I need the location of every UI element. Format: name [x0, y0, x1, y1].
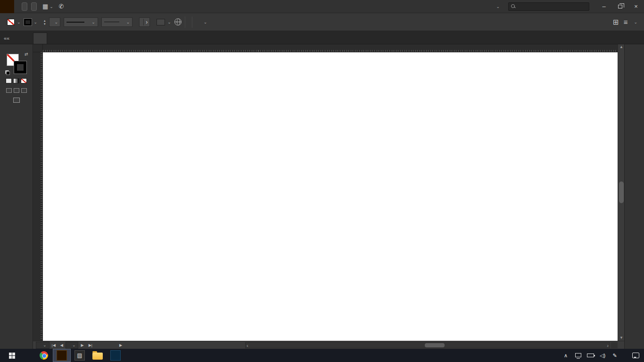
divider [192, 16, 192, 28]
vertical-scroll-thumb[interactable] [619, 181, 624, 203]
screen-mode-button[interactable] [13, 98, 20, 103]
status-flyout-icon[interactable]: ▶ [119, 343, 122, 347]
taskbar-app-icon[interactable]: ▨ [71, 349, 89, 362]
stroke-swatch[interactable] [14, 61, 26, 74]
chevron-down-icon: ⌄ [72, 343, 76, 347]
start-button[interactable] [3, 349, 21, 362]
stock-search[interactable] [508, 2, 589, 11]
width-profile-dropdown[interactable]: ⌄ [64, 17, 98, 27]
zoom-level-field[interactable]: ⌄ [36, 342, 50, 349]
scroll-up-icon[interactable]: ▲ [618, 44, 625, 50]
search-input[interactable] [518, 4, 586, 9]
monitor-icon [575, 353, 581, 357]
app-logo[interactable] [0, 0, 14, 13]
photoshop-icon [110, 350, 121, 361]
tools-grid [0, 44, 33, 47]
color-button[interactable] [6, 78, 12, 83]
paint-mode-buttons [0, 78, 33, 83]
scrollbar-corner [611, 342, 618, 348]
app-icon: ▨ [74, 350, 85, 361]
scroll-left-icon[interactable]: ‹ [247, 342, 248, 349]
globe-icon[interactable] [174, 18, 182, 25]
panel-grid-icon[interactable]: ⊞ [613, 18, 619, 26]
style-dropdown[interactable]: ⌄ [157, 19, 171, 25]
last-artboard-button[interactable]: ▶| [86, 343, 95, 347]
taskbar-illustrator-icon[interactable] [53, 349, 71, 362]
chevron-down-icon: ⌄ [634, 20, 637, 25]
fill-none-swatch [7, 19, 15, 25]
action-center-icon[interactable] [631, 349, 640, 362]
menu-bar: ▦⌄ ✆ ⌄ – × [0, 0, 644, 13]
artboard-number-field[interactable]: ⌄ [66, 342, 79, 349]
collapse-tools-icon[interactable]: «« [0, 35, 33, 44]
illustrator-icon [57, 350, 67, 361]
scroll-right-icon[interactable]: › [607, 342, 609, 349]
ruler-origin-corner[interactable] [33, 44, 43, 52]
scroll-down-icon[interactable]: ▼ [618, 335, 625, 341]
document-tab[interactable] [33, 33, 47, 44]
artwork [43, 52, 618, 341]
first-artboard-button[interactable]: |◀ [50, 343, 58, 347]
workspace-switcher[interactable]: ⌄ [495, 4, 500, 9]
horizontal-scroll-thumb[interactable] [425, 343, 445, 347]
taskbar: ▨ ∧ ◁) ✎ [0, 349, 644, 362]
chrome-icon [40, 351, 48, 360]
opacity-flyout-icon[interactable]: › [143, 19, 148, 25]
width-profile-preview [66, 22, 84, 23]
battery-icon[interactable] [586, 349, 595, 362]
stroke-color-swatch [24, 19, 32, 25]
taskbar-photoshop-icon[interactable] [107, 349, 124, 362]
restore-icon [618, 5, 622, 8]
stock-button[interactable] [31, 2, 37, 11]
tools-panel: ⇄ [0, 44, 33, 349]
stroke-weight-stepper[interactable]: ▴▾ [44, 19, 46, 25]
panel-list-icon[interactable]: ≡ [624, 18, 628, 26]
vertical-ruler[interactable] [33, 52, 43, 341]
divider [185, 16, 185, 28]
fill-color-well[interactable]: ⌄ [7, 19, 21, 25]
next-artboard-button[interactable]: ▶ [78, 343, 86, 347]
draw-behind-icon[interactable] [14, 88, 19, 93]
style-swatch [157, 19, 165, 25]
fill-stroke-controls: ⇄ [6, 53, 27, 74]
arrange-documents-icon[interactable]: ▦ [42, 3, 48, 10]
chevron-down-icon: ⌄ [50, 4, 53, 9]
taskbar-chrome-icon[interactable] [35, 349, 53, 362]
hidden-icons-chevron[interactable]: ∧ [561, 349, 570, 362]
horizontal-ruler[interactable] [43, 44, 618, 52]
opacity-field[interactable]: › [139, 17, 150, 27]
chevron-down-icon: ⌄ [496, 4, 500, 9]
none-button[interactable] [21, 78, 27, 83]
chevron-down-icon: ⌄ [55, 20, 58, 25]
artboard-canvas[interactable] [43, 52, 618, 341]
close-button[interactable]: × [628, 0, 644, 13]
folder-icon [92, 353, 103, 360]
stroke-color-well[interactable]: ⌄ [24, 19, 38, 25]
pen-icon[interactable]: ✎ [610, 349, 619, 362]
restore-button[interactable] [612, 0, 628, 13]
status-bar: ⌄ |◀ ◀ ⌄ ▶ ▶| ▶ ‹ › [33, 341, 624, 349]
dock-controls: ⊞ ≡ ⌄ [613, 18, 640, 26]
gradient-button[interactable] [13, 78, 19, 83]
search-icon [511, 4, 515, 8]
share-icon[interactable]: ✆ [59, 3, 64, 10]
horizontal-scrollbar[interactable]: ‹ › [245, 342, 610, 348]
previous-artboard-button[interactable]: ◀ [58, 343, 66, 347]
network-icon[interactable] [573, 349, 583, 362]
panel-dock [624, 44, 644, 349]
vertical-scrollbar[interactable]: ▲ ▼ [618, 44, 624, 341]
minimize-button[interactable]: – [596, 0, 612, 13]
brush-definition-dropdown[interactable]: ⌄ [101, 17, 133, 27]
chevron-down-icon: ⌄ [91, 20, 95, 25]
taskbar-explorer-icon[interactable] [89, 349, 107, 362]
volume-icon[interactable]: ◁) [598, 349, 607, 362]
draw-inside-icon[interactable] [21, 88, 27, 93]
stroke-weight-field[interactable]: ⌄ [49, 17, 61, 27]
system-tray: ∧ ◁) ✎ [561, 349, 644, 362]
stepper-down-icon[interactable]: ▾ [44, 22, 46, 25]
stepper-up-icon[interactable]: ▴ [44, 19, 46, 22]
bridge-button[interactable] [22, 2, 27, 11]
default-fill-stroke-icon[interactable] [5, 70, 10, 75]
swap-fill-stroke-icon[interactable]: ⇄ [25, 52, 28, 57]
draw-normal-icon[interactable] [6, 88, 12, 93]
